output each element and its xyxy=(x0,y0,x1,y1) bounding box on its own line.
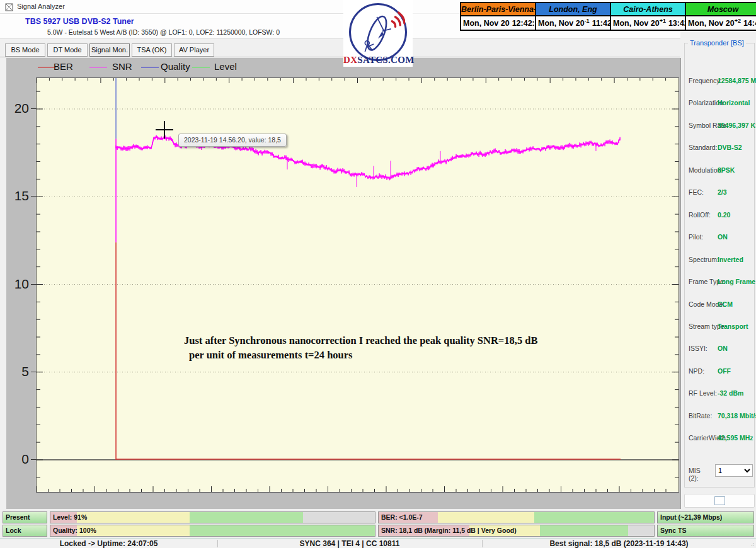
tuner-details: 5.0W - Eutelsat 5 West A/B (ID: 3550) @ … xyxy=(47,28,280,36)
legend-label-ber: BER xyxy=(54,61,73,72)
transponder-row-polarization-: Polarization:Horizontal xyxy=(689,99,754,108)
legend-swatch-snr xyxy=(89,67,107,68)
transponder-title: Transponder [BS] xyxy=(688,39,746,47)
tab-dt-mode[interactable]: DT Mode xyxy=(47,43,88,57)
tab-bs-mode[interactable]: BS Mode xyxy=(5,43,45,57)
tab-tsa-ok-[interactable]: TSA (OK) xyxy=(132,43,172,57)
clock-city-0: Berlin-Paris-Vienna-Roma xyxy=(461,3,536,16)
peak-value-tooltip: 2023-11-19 14.56.20, value: 18,5 xyxy=(178,134,287,147)
app-icon xyxy=(5,3,13,11)
transponder-row-modulation-: Modulation:8PSK xyxy=(689,166,754,175)
transponder-row-bitrate-: BitRate:70,318 Mbit/s xyxy=(689,412,754,421)
legend-label-snr: SNR xyxy=(112,61,132,72)
quality-progress-bar: Quality: 100% xyxy=(50,525,375,537)
annotation-line2: per unit of measurements t=24 hours xyxy=(184,348,537,362)
crosshair-cursor-h xyxy=(156,129,173,130)
world-clocks: Berlin-Paris-Vienna-RomaLondon, EngCairo… xyxy=(460,2,756,31)
transponder-sidebar: Transponder [BS] Frequency:12584,875 MHz… xyxy=(684,40,755,510)
transponder-row-fec-: FEC:2/3 xyxy=(689,188,754,197)
present-badge: Present xyxy=(3,511,47,523)
tab-av-player[interactable]: AV Player xyxy=(174,43,214,57)
transponder-row-rolloff-: RollOff:0.20 xyxy=(689,211,754,220)
logo-dish-icon xyxy=(349,3,407,61)
y-axis-label-5: 5 xyxy=(6,365,29,379)
y-axis-label-20: 20 xyxy=(6,101,29,115)
transponder-row-stream-type-: Stream type:Transport xyxy=(689,323,754,331)
transponder-row-carrierwidth-: CarrierWidth:42,595 MHz xyxy=(689,434,754,443)
dxsatcs-logo: DXSATCS.COM xyxy=(343,0,413,67)
y-axis-label-15: 15 xyxy=(6,189,29,203)
level-progress-bar: Level: 91% xyxy=(50,511,375,523)
y-axis-label-10: 10 xyxy=(6,277,29,291)
transponder-row-symbol-rate-: Symbol Rate:35496,397 KS/s xyxy=(689,122,754,130)
y-axis-label-0: 0 xyxy=(6,452,29,466)
window-title: Signal Analyzer xyxy=(17,3,65,10)
clock-time-1: Mon, Nov 20-111:42:17 xyxy=(536,16,610,30)
clock-city-2: Cairo-Athens xyxy=(610,3,685,16)
list-icon xyxy=(714,496,725,505)
legend-swatch-ber xyxy=(38,67,55,68)
status-uptime: Locked -> Uptime: 24:07:05 xyxy=(0,539,217,548)
clock-city-3: Moscow xyxy=(685,3,756,16)
logo-text: DXSATCS.COM xyxy=(343,55,413,66)
signal-chart-panel: BERSNRQualityLevel Just after Synchronou… xyxy=(6,58,681,509)
lock-badge: Lock xyxy=(3,525,47,537)
mis-label: MIS (2): xyxy=(689,467,701,482)
transponder-row-rf-level-: RF Level:-32 dBm xyxy=(689,389,754,398)
transponder-row-issyi-: ISSYI:ON xyxy=(689,345,754,353)
header-divider xyxy=(0,38,680,39)
sync-ts-badge: Sync TS xyxy=(657,525,754,537)
signal-analyzer-window: Signal Analyzer TBS 5927 USB DVB-S2 Tune… xyxy=(0,0,756,548)
tab-bar: BS ModeDT ModeSignal Mon.TSA (OK)AV Play… xyxy=(5,43,216,57)
annotation-line1: Just after Synchronous nanocorrection I … xyxy=(184,333,537,348)
transponder-row-code-mode-: Code Mode:CCM xyxy=(689,300,754,309)
status-sync-counters: SYNC 364 | TEI 4 | CC 10811 xyxy=(217,539,482,548)
clock-time-2: Mon, Nov 20+113:42 xyxy=(610,16,685,30)
clock-time-3: Mon, Nov 20+214:42 xyxy=(685,16,756,30)
chart-annotation: Just after Synchronous nanocorrection I … xyxy=(184,333,537,362)
transponder-row-frequency-: Frequency:12584,875 MHz xyxy=(689,77,754,86)
transponder-row-npd-: NPD:OFF xyxy=(689,367,754,376)
legend-swatch-level xyxy=(192,67,210,68)
transponder-row-standard-: Standard:DVB-S2 xyxy=(689,144,754,152)
legend-swatch-quality xyxy=(141,67,159,68)
mis-select[interactable]: 1 xyxy=(715,464,753,477)
transponder-groupbox: Transponder [BS] Frequency:12584,875 MHz… xyxy=(684,43,755,488)
stream-list-button[interactable] xyxy=(684,494,755,508)
status-bar: Locked -> Uptime: 24:07:05 SYNC 364 | TE… xyxy=(0,538,756,548)
ber-progress-bar: BER: <1.0E-7 xyxy=(378,511,655,523)
status-best-signal: Best signal: 18,5 dB (2023-11-19 14:43) xyxy=(482,539,756,548)
resize-grip: .: xyxy=(751,541,754,547)
transponder-row-pilot-: Pilot:ON xyxy=(689,233,754,242)
plot-area[interactable] xyxy=(36,77,679,493)
tab-signal-mon-[interactable]: Signal Mon. xyxy=(89,43,130,57)
transponder-row-frame-type-: Frame Type:Long Frame xyxy=(689,278,754,287)
transponder-row-spectrum-: Spectrum:Inverted xyxy=(689,256,754,265)
status-row-1: PresentLevel: 91%BER: <1.0E-7Input (~21,… xyxy=(0,511,756,523)
legend-label-level: Level xyxy=(214,61,237,72)
input-bitrate-badge: Input (~21,39 Mbps) xyxy=(657,511,754,523)
legend-label-quality: Quality xyxy=(161,61,190,72)
clock-city-1: London, Eng xyxy=(536,3,610,16)
clock-time-0: Mon, Nov 2012:42:17 xyxy=(461,16,536,30)
status-row-2: LockQuality: 100%SNR: 18,1 dB (Margin: 1… xyxy=(0,525,756,537)
tuner-name: TBS 5927 USB DVB-S2 Tuner xyxy=(25,17,134,26)
snr-progress-bar: SNR: 18,1 dB (Margin: 11,5 dB | Very Goo… xyxy=(378,525,655,537)
